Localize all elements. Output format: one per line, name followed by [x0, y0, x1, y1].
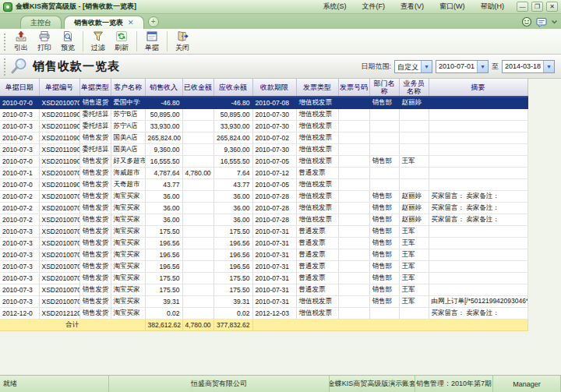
table-cell[interactable]: XSD2010070 [39, 260, 79, 272]
table-cell[interactable]: 2010-07-28 [252, 202, 296, 214]
table-cell[interactable]: 4,787.64 [145, 167, 182, 178]
table-cell[interactable]: 36.00 [213, 202, 252, 214]
menu-item[interactable]: 系统(S) [322, 1, 348, 12]
table-cell[interactable]: 196.56 [145, 260, 182, 272]
table-cell[interactable]: 2010-07-3 [0, 143, 39, 155]
table-cell[interactable]: 43.77 [213, 178, 252, 190]
table-cell[interactable] [182, 249, 213, 260]
table-cell[interactable] [182, 190, 213, 202]
table-cell[interactable]: 50,895.00 [213, 108, 252, 120]
column-header[interactable]: 客户名称 [111, 79, 145, 97]
table-cell[interactable] [429, 249, 527, 260]
table-row[interactable]: 2010-07-2XSD2010070销售发货淘宝买家36.0036.00201… [0, 214, 527, 225]
table-cell[interactable]: XSD2010070 [39, 214, 79, 225]
table-cell[interactable]: 2010-07-31 [252, 272, 296, 284]
table-cell[interactable]: 增值税发票 [296, 202, 338, 214]
close-icon[interactable]: ✕ [546, 2, 558, 12]
table-cell[interactable]: 2010-07-31 [252, 249, 296, 260]
table-cell[interactable] [182, 307, 213, 319]
table-cell[interactable]: 增值税发票 [296, 214, 338, 225]
table-cell[interactable] [429, 272, 527, 284]
table-cell[interactable]: 2010-07-2 [0, 214, 39, 225]
table-cell[interactable]: 265,824.00 [145, 132, 182, 143]
date-from-input[interactable]: 2010-07-01 ▼ [436, 60, 489, 73]
table-cell[interactable]: 2010-07-31 [252, 225, 296, 237]
table-cell[interactable] [429, 155, 527, 167]
table-cell[interactable]: XSD2011090 [39, 120, 79, 132]
table-cell[interactable]: XSD2010070 [39, 284, 79, 295]
table-cell[interactable] [399, 143, 429, 155]
table-cell[interactable] [429, 143, 527, 155]
table-cell[interactable] [429, 237, 527, 249]
table-cell[interactable]: XSD2010070 [39, 225, 79, 237]
table-cell[interactable]: 淘宝买家 [111, 225, 145, 237]
table-cell[interactable]: 175.50 [145, 225, 182, 237]
table-cell[interactable]: 委托结算 [79, 143, 111, 155]
table-cell[interactable]: 2010-07-31 [252, 237, 296, 249]
table-row[interactable]: 2010-07-0XSD2011090销售发货好又多超市16,555.5016,… [0, 155, 527, 167]
table-cell[interactable] [182, 272, 213, 284]
table-cell[interactable]: -46.80 [213, 97, 252, 108]
table-cell[interactable]: 爱国中学 [111, 97, 145, 108]
table-cell[interactable]: 增值税发票 [296, 307, 338, 319]
tab-console[interactable]: 主控台 [20, 16, 62, 29]
table-cell[interactable] [338, 295, 369, 307]
table-cell[interactable] [338, 97, 369, 108]
table-cell[interactable] [338, 155, 369, 167]
table-cell[interactable]: 2010-07-02 [252, 132, 296, 143]
table-cell[interactable]: 普通发票 [296, 225, 338, 237]
column-header[interactable]: 发票类型 [296, 79, 338, 97]
table-cell[interactable]: 9,360.00 [213, 143, 252, 155]
date-to-input[interactable]: 2014-03-18 ▼ [502, 60, 555, 73]
table-cell[interactable]: 39.31 [213, 295, 252, 307]
table-cell[interactable]: XSD2010070 [39, 237, 79, 249]
table-cell[interactable] [338, 237, 369, 249]
table-cell[interactable]: 苏宁B店 [111, 108, 145, 120]
table-cell[interactable]: 赵丽婷 [399, 190, 429, 202]
document-button[interactable]: 单据 [140, 30, 164, 53]
table-cell[interactable] [429, 97, 527, 108]
table-cell[interactable]: 王军 [399, 155, 429, 167]
table-cell[interactable] [369, 108, 399, 120]
table-cell[interactable]: 淘宝买家 [111, 272, 145, 284]
column-header[interactable]: 收款期限 [252, 79, 296, 97]
table-cell[interactable]: XSD2010070 [39, 202, 79, 214]
table-cell[interactable]: 175.50 [145, 284, 182, 295]
table-cell[interactable] [182, 178, 213, 190]
table-cell[interactable]: 196.56 [213, 260, 252, 272]
table-row[interactable]: 2010-07-1XSD2010070销售发货海威超市4,787.644,780… [0, 167, 527, 178]
table-cell[interactable] [338, 120, 369, 132]
table-cell[interactable]: 175.50 [213, 225, 252, 237]
table-cell[interactable]: 36.00 [145, 190, 182, 202]
table-cell[interactable]: 销售部 [369, 284, 399, 295]
table-cell[interactable] [369, 143, 399, 155]
table-cell[interactable] [338, 167, 369, 178]
column-header[interactable]: 业务员名称 [399, 79, 429, 97]
table-cell[interactable]: 2010-07-28 [252, 190, 296, 202]
table-cell[interactable]: 王军 [399, 272, 429, 284]
table-cell[interactable]: 销售部 [369, 225, 399, 237]
table-cell[interactable]: 增值税发票 [296, 120, 338, 132]
table-row[interactable]: 2010-07-3XSD2010070销售发货淘宝买家175.50175.502… [0, 272, 527, 284]
table-cell[interactable] [182, 284, 213, 295]
table-cell[interactable]: 增值税发票 [296, 132, 338, 143]
table-cell[interactable]: 销售发货 [79, 272, 111, 284]
table-cell[interactable] [429, 132, 527, 143]
table-cell[interactable]: 委托结算 [79, 108, 111, 120]
table-cell[interactable]: 王军 [399, 249, 429, 260]
table-cell[interactable]: 销售发货 [79, 237, 111, 249]
table-cell[interactable] [399, 108, 429, 120]
table-row[interactable]: 2010-07-3XSD2010070销售发货淘宝买家175.50175.502… [0, 225, 527, 237]
table-cell[interactable]: 销售部 [369, 190, 399, 202]
close-door-button[interactable]: 关闭 [171, 30, 194, 53]
table-cell[interactable]: 销售发货 [79, 132, 111, 143]
table-cell[interactable]: 淘宝买家 [111, 295, 145, 307]
table-row[interactable]: 2010-07-3XSD2010070销售发货淘宝买家175.50175.502… [0, 284, 527, 295]
table-cell[interactable]: 淘宝买家 [111, 307, 145, 319]
table-cell[interactable]: 2012-12-03 [252, 307, 296, 319]
table-cell[interactable]: 普通发票 [296, 284, 338, 295]
table-cell[interactable] [338, 214, 369, 225]
table-cell[interactable] [429, 260, 527, 272]
table-cell[interactable]: 2010-07-3 [0, 295, 39, 307]
table-cell[interactable] [338, 108, 369, 120]
